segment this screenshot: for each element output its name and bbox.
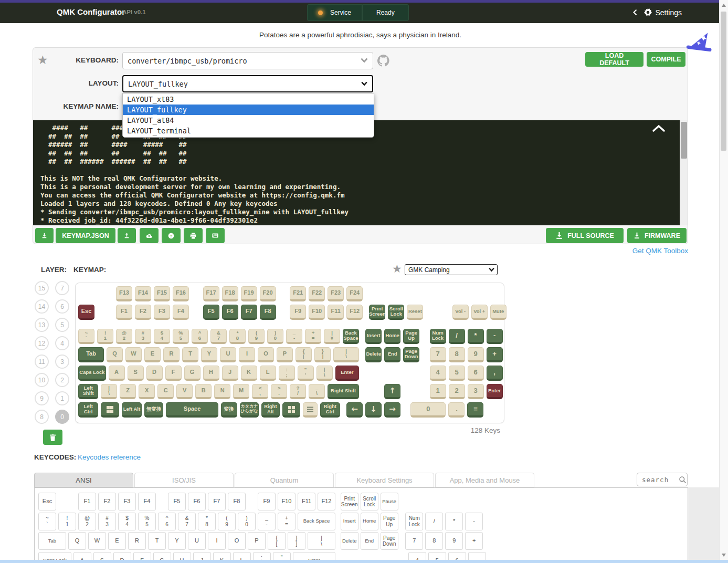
key[interactable]: Esc [78, 305, 94, 320]
key[interactable]: I [208, 532, 226, 550]
console-scrollbar[interactable] [680, 120, 688, 225]
key[interactable]: F8 [260, 305, 276, 320]
layer-button[interactable]: 8 [35, 410, 49, 424]
key[interactable]: * 8 [229, 329, 246, 344]
layer-button[interactable]: 1 [55, 391, 69, 405]
tab-app-media-and-mouse[interactable]: App, Media and Mouse [435, 473, 534, 487]
key[interactable]: 9 [445, 532, 463, 550]
key[interactable]: E [108, 532, 126, 550]
compile-button[interactable]: COMPILE [647, 52, 685, 67]
key[interactable]: Page Up [403, 329, 419, 344]
key[interactable]: W [125, 347, 142, 362]
key[interactable]: 5 [449, 366, 465, 381]
key[interactable]: { [ [268, 532, 286, 550]
key[interactable]: : ; [279, 366, 295, 381]
layer-button[interactable]: 12 [35, 336, 49, 350]
key[interactable]: & 7 [178, 513, 196, 530]
key[interactable]: Delete [341, 532, 358, 550]
key[interactable]: / [425, 513, 443, 530]
key[interactable]: ~ ` [38, 513, 56, 530]
key[interactable]: | \ [101, 384, 117, 399]
key[interactable]: Vol + [471, 305, 488, 320]
key[interactable]: / [449, 329, 465, 344]
key[interactable]: # 3 [135, 329, 151, 344]
key[interactable]: F3 [118, 493, 136, 510]
layer-button[interactable]: 14 [35, 299, 49, 314]
key[interactable]: | \ [308, 532, 335, 550]
key[interactable]: Q [68, 532, 86, 550]
key[interactable]: Caps Lock [78, 366, 106, 381]
key[interactable]: End [384, 347, 400, 362]
key[interactable]: Back Space [298, 513, 335, 530]
key[interactable]: Home [361, 513, 378, 530]
key[interactable]: Insert [341, 513, 358, 530]
key[interactable]: ↓ [365, 402, 382, 418]
key[interactable]: F5 [168, 493, 186, 510]
key[interactable]: F4 [173, 305, 189, 320]
key[interactable]: F5 [203, 305, 219, 320]
key[interactable]: ! 1 [58, 513, 76, 530]
key[interactable]: = [467, 402, 483, 418]
key[interactable]: _ \ [309, 384, 325, 399]
key[interactable]: F9 [258, 493, 276, 510]
layer-button[interactable]: 4 [55, 336, 69, 350]
layer-button[interactable]: 15 [35, 281, 49, 295]
key[interactable]: $ 4 [154, 329, 170, 344]
key[interactable]: 9 [468, 347, 484, 362]
key[interactable]: | \ [316, 366, 333, 381]
key[interactable]: E [144, 347, 161, 362]
keyboard-select[interactable]: converter/ibmpc_usb/promicro [122, 52, 373, 69]
tab-quantum[interactable]: Quantum [235, 473, 334, 487]
key[interactable]: Delete [365, 347, 382, 362]
clear-layer-button[interactable] [43, 430, 62, 445]
key[interactable]: F14 [135, 286, 151, 301]
key[interactable]: Y [168, 532, 186, 550]
key[interactable]: Back Space [343, 329, 359, 344]
key[interactable]: ← [346, 402, 363, 418]
key[interactable]: 7 [430, 347, 446, 362]
key[interactable]: Right Shift [328, 384, 359, 399]
layer-button[interactable]: 6 [55, 299, 69, 314]
layer-button[interactable]: 2 [55, 373, 69, 387]
key[interactable]: Page Down [381, 532, 398, 550]
key[interactable]: U [188, 532, 206, 550]
key[interactable]: > . [271, 384, 287, 399]
key[interactable]: ^ 6 [158, 513, 176, 530]
key[interactable]: I [239, 347, 255, 362]
key[interactable]: M [233, 384, 249, 399]
key[interactable]: * 8 [198, 513, 216, 530]
key[interactable]: F11 [328, 305, 344, 320]
upload-keymap-button[interactable] [118, 228, 136, 243]
key[interactable]: F13 [116, 286, 132, 301]
key[interactable]: Mute [490, 305, 507, 320]
key[interactable]: & 7 [210, 329, 227, 344]
key[interactable]: F16 [173, 286, 189, 301]
service-status-button[interactable]: Service [307, 4, 362, 21]
key[interactable]: Pause [381, 493, 398, 510]
key[interactable]: K [241, 366, 257, 381]
chevron-up-icon[interactable] [652, 124, 666, 132]
key[interactable]: ) 0 [267, 329, 283, 344]
key[interactable]: % 5 [173, 329, 189, 344]
print-button[interactable] [184, 228, 203, 243]
key[interactable]: 0 [410, 402, 446, 418]
key[interactable]: + [487, 347, 503, 362]
key[interactable]: F19 [241, 286, 257, 301]
key[interactable]: 8 [425, 532, 443, 550]
key[interactable]: } ] [314, 347, 331, 362]
layer-button[interactable]: 0 [55, 410, 69, 424]
key[interactable]: Right Alt [261, 402, 280, 418]
key[interactable]: { [ [296, 347, 312, 362]
key[interactable]: P [248, 532, 266, 550]
key[interactable]: < , [252, 384, 268, 399]
key[interactable]: N [214, 384, 230, 399]
key[interactable]: T [148, 532, 166, 550]
layout-option[interactable]: LAYOUT_at84 [123, 115, 374, 126]
key[interactable]: | ¥ [324, 329, 340, 344]
key[interactable]: Print Screen [369, 305, 385, 320]
layer-button[interactable]: 9 [35, 391, 49, 405]
console-scrollbar-thumb[interactable] [681, 122, 687, 159]
key[interactable]: Y [201, 347, 217, 362]
key[interactable]: A [109, 366, 125, 381]
key[interactable]: Vol - [452, 305, 469, 320]
